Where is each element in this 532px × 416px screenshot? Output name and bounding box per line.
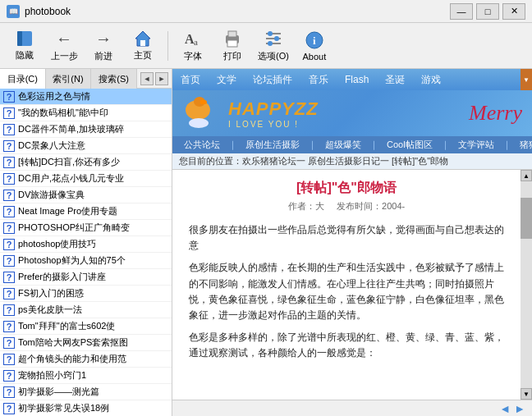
content-pane: 首页 文学 论坛插件 音乐 Flash 圣诞 游戏 ▼ (172, 69, 532, 416)
nav-tab-flash[interactable]: Flash (337, 71, 377, 89)
menu-item-photo[interactable]: 原创生活摄影 (241, 138, 305, 152)
list-item[interactable]: ? Tom"拜拜"的富士s602使 (0, 318, 172, 335)
article-para-3: 色彩是多种多样的，除了光谱中所表现的红、橙、黄、绿、青、蓝、紫，通过观察测试，各… (189, 330, 504, 361)
list-item[interactable]: ? 初学摄影常见失误18例 (0, 400, 172, 416)
item-icon: ? (3, 288, 15, 299)
item-text: DC景象八大注意 (18, 139, 85, 152)
home-button[interactable]: 主页 (125, 27, 161, 65)
home-icon (131, 30, 154, 48)
options-button[interactable]: 选项(O) (254, 27, 293, 65)
item-icon: ? (3, 91, 15, 103)
item-icon: ? (3, 107, 15, 119)
logo-area: HAPPYZZ I LOVE YOU ! (182, 97, 319, 130)
item-icon: ? (3, 157, 15, 168)
list-item[interactable]: ? 超个角镜头的能力和使用范 (0, 351, 172, 368)
nav-tab-forum-plugin[interactable]: 论坛插件 (245, 70, 300, 90)
list-item[interactable]: ? photoshop使用技巧 (0, 236, 172, 253)
svg-rect-3 (140, 40, 145, 46)
list-item[interactable]: ? [转帖]DC扫盲,你还有多少 (0, 154, 172, 171)
font-button[interactable]: A a 字体 (175, 27, 211, 65)
list-item[interactable]: ? FS初入门的困惑 (0, 286, 172, 302)
about-button[interactable]: i About (296, 27, 332, 65)
site-logo: HAPPYZZ I LOVE YOU ! (228, 98, 319, 129)
item-text: "我的数码相机"能\中印 (18, 107, 108, 119)
menu-item-piggy[interactable]: 猪猪的 (515, 138, 532, 152)
back-icon: ← (53, 30, 76, 48)
list-item[interactable]: ? 宠物拍照小窍门1 (0, 368, 172, 384)
item-text: Neat Image Pro使用专题 (18, 205, 117, 217)
nav-scroll-thumb[interactable]: ▼ (521, 69, 532, 90)
svg-rect-7 (228, 31, 236, 37)
print-button[interactable]: 打印 (214, 27, 250, 65)
article-scroll[interactable]: [转帖]"色"郎物语 作者：大 发布时间：2004- 很多朋友在拍摄出一些作品后… (172, 170, 521, 400)
nav-tab-christmas[interactable]: 圣诞 (377, 70, 413, 90)
print-label: 打印 (223, 50, 241, 62)
forward-button[interactable]: → 前进 (85, 27, 122, 65)
font-label: 字体 (184, 50, 202, 62)
list-item[interactable]: ? Neat Image Pro使用专题 (0, 203, 172, 220)
list-item[interactable]: ? Photoshop鲜为人知的75个 (0, 253, 172, 269)
item-icon: ? (3, 403, 15, 414)
menu-item-literature[interactable]: 文学评站 (453, 138, 499, 152)
item-icon: ? (3, 386, 15, 398)
item-icon: ? (3, 321, 15, 332)
back-button[interactable]: ← 上一步 (46, 27, 82, 65)
minimize-button[interactable]: — (450, 3, 473, 20)
article-author: 作者：大 (288, 201, 324, 211)
list-item[interactable]: ? 色彩运用之色与情 (0, 89, 172, 105)
item-icon: ? (3, 173, 15, 185)
sidebar-tab-search[interactable]: 搜索(S) (91, 69, 137, 89)
titlebar: 📖 photobook — □ ✕ (0, 0, 532, 23)
item-text: DV旅游摄像宝典 (18, 189, 85, 201)
hide-button[interactable]: 隐藏 (7, 27, 43, 65)
sidebar-nav-next[interactable]: ► (155, 72, 168, 85)
list-item[interactable]: ? DC景象八大注意 (0, 138, 172, 154)
item-text: DC用户,花点小钱几元专业 (18, 172, 124, 185)
list-item[interactable]: ? Tom陪哈大网友PS套索抠图 (0, 335, 172, 351)
menu-item-jokes[interactable]: 超级爆笑 (320, 138, 366, 152)
sidebar: 目录(C) 索引(N) 搜索(S) ◄ ► ? 色彩运用之色与情 ? "我的数码… (0, 69, 172, 416)
content-scrollbar[interactable]: ▲ ▼ (521, 170, 532, 400)
nav-tab-games[interactable]: 游戏 (413, 70, 449, 90)
sidebar-tab-index[interactable]: 索引(N) (46, 69, 92, 89)
hide-icon (13, 30, 36, 48)
article-para-2: 色彩能反映人的感情，在长期的生产和生活实践中，色彩被赋予了感情上的不同影响，能激… (189, 260, 504, 323)
item-text: FS初入门的困惑 (18, 287, 84, 299)
list-item[interactable]: ? "我的数码相机"能\中印 (0, 105, 172, 121)
maximize-button[interactable]: □ (476, 3, 499, 20)
item-text: 色彩运用之色与情 (18, 90, 90, 103)
menu-item-cool[interactable]: Cool帖图区 (382, 138, 438, 152)
item-text: 宠物拍照小窍门1 (18, 369, 86, 382)
article-meta: 作者：大 发布时间：2004- (179, 200, 514, 216)
list-item[interactable]: ? DC器件不简单,加块玻璃碎 (0, 121, 172, 138)
close-button[interactable]: ✕ (502, 3, 525, 20)
scroll-thumb[interactable] (521, 198, 532, 239)
status-prev-arrow[interactable]: ◄ (499, 402, 511, 415)
list-item[interactable]: ? ps美化皮肤一法 (0, 302, 172, 318)
nav-tab-home[interactable]: 首页 (172, 70, 209, 90)
item-icon: ? (3, 272, 15, 283)
list-item[interactable]: ? 初学摄影——测光篇 (0, 384, 172, 400)
website-header: HAPPYZZ I LOVE YOU ! Merry (172, 90, 532, 136)
list-item[interactable]: ? DV旅游摄像宝典 (0, 187, 172, 203)
home-label: 主页 (134, 49, 152, 62)
status-next-arrow[interactable]: ► (514, 402, 525, 415)
font-icon: A a (181, 29, 204, 48)
scroll-down-arrow[interactable]: ▼ (521, 388, 532, 400)
item-text: Tom"拜拜"的富士s602使 (18, 320, 115, 332)
list-item[interactable]: ? PHOTOSHOP纠正广角畸变 (0, 220, 172, 236)
article-para-1: 很多朋友在拍摄出一些作品后总觉得有所欠缺，觉得画面与自己想表达的意 (189, 222, 504, 254)
svg-text:i: i (313, 34, 316, 47)
item-text: DC器件不简单,加块玻璃碎 (18, 123, 124, 135)
about-icon: i (303, 30, 326, 50)
sidebar-tab-contents[interactable]: 目录(C) (0, 69, 46, 89)
sidebar-nav-prev[interactable]: ◄ (140, 72, 154, 85)
list-item[interactable]: ? Prefer的摄影入门讲座 (0, 269, 172, 286)
scroll-up-arrow[interactable]: ▲ (521, 170, 532, 181)
nav-tab-music[interactable]: 音乐 (300, 70, 337, 90)
list-item[interactable]: ? DC用户,花点小钱几元专业 (0, 171, 172, 187)
item-text: ps美化皮肤一法 (18, 304, 82, 316)
about-label: About (303, 52, 327, 62)
nav-tab-literature[interactable]: 文学 (209, 70, 245, 90)
menu-item-forum[interactable]: 公共论坛 (179, 138, 225, 152)
